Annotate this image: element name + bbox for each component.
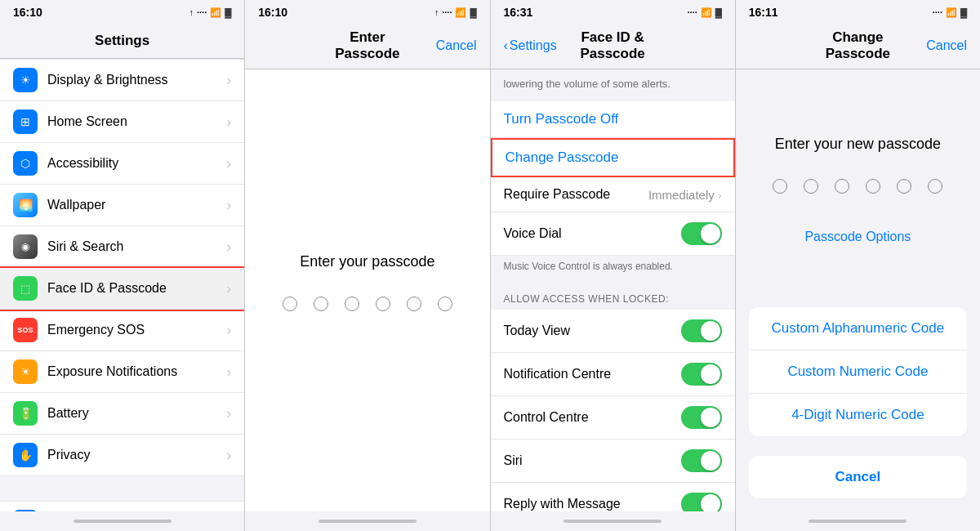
accessibility-chevron [226,155,231,172]
privacy-icon: ✋ [13,443,38,467]
passcode-prompt: Enter your passcode [300,253,434,270]
passcode-cancel-button[interactable]: Cancel [749,456,967,498]
control-centre-label: Control Centre [504,410,589,425]
new-passcode-dot-3 [835,179,849,194]
faceid-back-button[interactable]: ‹ Settings [504,38,569,53]
settings-item-siri[interactable]: ◉ Siri & Search [0,226,244,268]
wifi-icon-3: 📶 [701,7,712,18]
change-passcode-button[interactable]: Change Passcode [491,138,735,177]
status-bar-1: 16:10 ↑ ···· 📶 ▓ [0,0,244,23]
alphanumeric-option[interactable]: Custom Alphanumeric Code [749,307,967,350]
require-passcode-val-text: Immediately [648,188,715,202]
siri-row[interactable]: Siri [491,440,735,483]
location-icon: ↑ [189,7,194,17]
siri-toggle[interactable] [681,449,722,472]
change-passcode-nav: Change Passcode Cancel [736,23,980,69]
faceid-icon: ⬚ [13,276,38,301]
settings-item-accessibility[interactable]: ⬡ Accessibility [0,143,244,185]
homescreen-icon: ⊞ [13,109,38,134]
status-icons-2: ↑ ···· 📶 ▓ [434,7,477,18]
signal-dots-2: ···· [442,7,452,17]
settings-item-sos[interactable]: SOS Emergency SOS [0,310,244,351]
passcode-dots [283,297,452,311]
voice-dial-label: Voice Dial [504,226,562,241]
home-bar-3 [564,520,662,523]
homescreen-chevron [226,114,231,131]
wifi-icon-2: 📶 [455,7,466,18]
four-digit-option[interactable]: 4-Digit Numeric Code [749,394,967,436]
new-passcode-dot-5 [897,179,911,194]
settings-item-battery[interactable]: 🔋 Battery [0,393,244,435]
privacy-label: Privacy [47,448,226,462]
faceid-nav: ‹ Settings Face ID & Passcode [491,23,735,69]
locked-items-list: Today View Notification Centre Control C… [491,310,735,511]
settings-item-wallpaper[interactable]: 🌅 Wallpaper [0,185,244,226]
enter-passcode-nav: Enter Passcode Cancel [245,23,489,69]
home-indicator-3 [491,511,735,531]
settings-item-exposure[interactable]: ☀ Exposure Notifications [0,351,244,393]
exposure-icon: ☀ [13,359,38,384]
custom-numeric-option[interactable]: Custom Numeric Code [749,350,967,394]
settings-item-homescreen[interactable]: ⊞ Home Screen [0,101,244,143]
reply-with-message-row[interactable]: Reply with Message [491,483,735,511]
ep-cancel[interactable]: Cancel [412,38,477,53]
passcode-dot-4 [376,297,390,311]
status-bar-2: 16:10 ↑ ···· 📶 ▓ [245,0,489,23]
new-passcode-area: Enter your new passcode Passcode Options [749,86,967,294]
wallpaper-icon: 🌅 [13,193,38,217]
battery-label: Battery [47,406,226,421]
battery-icon-item: 🔋 [13,401,38,426]
settings-group-1: ☀ Display & Brightness ⊞ Home Screen ⬡ A… [0,59,244,476]
accessibility-label: Accessibility [47,156,226,171]
siri-chevron [226,239,231,256]
signal-dots-3: ···· [687,7,697,17]
settings-item-display[interactable]: ☀ Display & Brightness [0,59,244,101]
require-passcode-row[interactable]: Require Passcode Immediately › [491,177,735,212]
exposure-chevron [226,364,231,381]
notification-centre-toggle[interactable] [681,363,722,386]
settings-nav: Settings [0,23,244,59]
passcode-options-link[interactable]: Passcode Options [804,230,911,244]
today-view-label: Today View [504,324,571,338]
battery-icon-3: ▓ [715,7,722,17]
siri-locked-label: Siri [504,453,523,468]
signal-dots: ···· [197,7,207,17]
wifi-icon-4: 📶 [946,7,957,18]
status-icons-1: ↑ ···· 📶 ▓ [189,7,231,18]
control-centre-toggle[interactable] [681,406,722,429]
passcode-dot-3 [345,297,359,311]
settings-group-2: A App Store 💳 Wallet & Apple Pay [0,501,244,511]
siri-icon: ◉ [13,234,38,259]
settings-item-appstore[interactable]: A App Store [0,501,244,511]
homescreen-label: Home Screen [47,114,226,129]
new-passcode-dot-2 [804,179,818,194]
voice-dial-note: Music Voice Control is always enabled. [491,256,735,280]
home-bar-2 [318,520,416,523]
turn-passcode-off-button[interactable]: Turn Passcode Off [491,101,735,138]
new-passcode-dots [773,179,942,194]
faceid-top-note: lowering the volume of some alerts. [491,69,735,101]
status-bar-4: 16:11 ···· 📶 ▓ [736,0,980,23]
notification-centre-row[interactable]: Notification Centre [491,353,735,396]
control-centre-row[interactable]: Control Centre [491,396,735,440]
today-view-row[interactable]: Today View [491,310,735,353]
settings-item-faceid[interactable]: ⬚ Face ID & Passcode [0,268,244,310]
faceid-chevron [226,280,231,297]
today-view-toggle[interactable] [681,319,722,342]
location-icon-2: ↑ [434,7,439,17]
status-icons-4: ···· 📶 ▓ [933,7,967,18]
passcode-dot-5 [407,297,421,311]
voice-dial-toggle[interactable] [681,222,722,245]
wallpaper-chevron [226,197,231,214]
voice-dial-row[interactable]: Voice Dial [491,212,735,256]
new-passcode-dot-1 [773,179,787,194]
reply-with-message-toggle[interactable] [681,493,722,511]
settings-item-privacy[interactable]: ✋ Privacy [0,435,244,476]
home-bar-1 [74,520,172,523]
cp-cancel[interactable]: Cancel [902,38,967,53]
reply-with-message-label: Reply with Message [504,497,621,511]
faceid-content: lowering the volume of some alerts. Turn… [491,69,735,511]
passcode-dot-2 [314,297,328,311]
sos-label: Emergency SOS [47,323,226,337]
require-passcode-value: Immediately › [648,188,722,202]
